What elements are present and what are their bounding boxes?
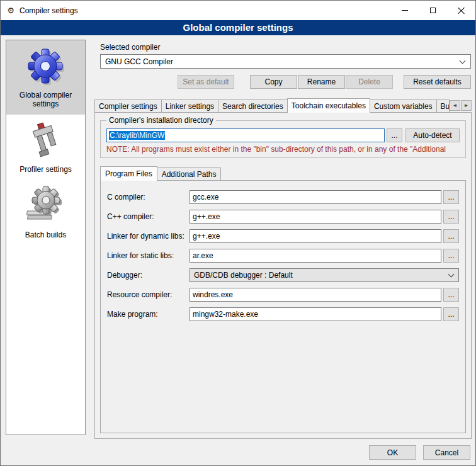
browse-c-compiler-button[interactable]: ... [443, 190, 459, 204]
make-program-label: Make program: [107, 310, 190, 319]
sidebar-item-global-compiler-settings[interactable]: Global compiler settings [6, 40, 85, 115]
main-area: Selected compiler GNU GCC Compiler Set a… [94, 40, 472, 443]
sidebar-item-label: Global compiler settings [8, 91, 84, 108]
install-dir-input[interactable]: C:\raylib\MinGW [106, 128, 385, 142]
cpp-compiler-row: C++ compiler: ... [107, 210, 459, 224]
sidebar-item-profiler-settings[interactable]: Profiler settings [6, 115, 85, 180]
settings-tabstrip: Compiler settings Linker settings Search… [94, 98, 472, 112]
program-files-tabstrip: Program Files Additional Paths [100, 166, 471, 180]
tab-custom-variables[interactable]: Custom variables [370, 99, 437, 112]
page-title: Global compiler settings [1, 20, 475, 35]
install-dir-value: C:\raylib\MinGW [109, 131, 165, 140]
make-program-input[interactable] [190, 307, 441, 321]
selected-compiler-label: Selected compiler [100, 43, 472, 52]
dialog-footer: OK Cancel [369, 445, 470, 460]
c-compiler-row: C compiler: ... [107, 190, 459, 204]
minimize-button[interactable] [390, 1, 419, 20]
maximize-icon [430, 8, 436, 13]
tab-program-files[interactable]: Program Files [100, 166, 157, 181]
debugger-select-value: GDB/CDB debugger : Default [194, 271, 445, 280]
compiler-select[interactable]: GNU GCC Compiler [100, 54, 471, 69]
dynamic-linker-label: Linker for dynamic libs: [107, 232, 190, 241]
resource-compiler-row: Resource compiler: ... [107, 288, 459, 302]
window-controls [390, 1, 475, 20]
browse-cpp-compiler-button[interactable]: ... [443, 210, 459, 224]
browse-make-program-button[interactable]: ... [443, 307, 459, 321]
sidebar-item-label: Profiler settings [20, 165, 72, 174]
installation-directory-row: C:\raylib\MinGW ... Auto-detect [106, 128, 460, 142]
dynamic-linker-row: Linker for dynamic libs: ... [107, 229, 459, 243]
debugger-select[interactable]: GDB/CDB debugger : Default [190, 268, 459, 282]
window-title: Compiler settings [20, 6, 78, 15]
compiler-settings-window: ⚙ Compiler settings Global compiler sett… [0, 0, 476, 466]
c-compiler-label: C compiler: [107, 193, 190, 202]
sidebar-item-batch-builds[interactable]: Batch builds [6, 180, 85, 246]
note-text: NOTE: All programs must exist either in … [106, 145, 460, 154]
profiler-tool-icon [26, 120, 66, 161]
cpp-compiler-label: C++ compiler: [107, 212, 190, 221]
tab-linker-settings[interactable]: Linker settings [161, 99, 218, 112]
tab-additional-paths[interactable]: Additional Paths [157, 168, 222, 180]
delete-button[interactable]: Delete [346, 75, 393, 89]
close-icon [458, 7, 465, 14]
browse-dynamic-linker-button[interactable]: ... [443, 229, 459, 243]
debugger-label: Debugger: [107, 271, 190, 280]
dynamic-linker-input[interactable] [190, 229, 441, 243]
chevron-down-icon [460, 57, 466, 64]
tab-toolchain-executables[interactable]: Toolchain executables [287, 98, 370, 113]
chevron-down-icon [448, 271, 455, 278]
tab-search-directories[interactable]: Search directories [218, 99, 288, 112]
ok-button[interactable]: OK [369, 445, 416, 460]
debugger-row: Debugger: GDB/CDB debugger : Default [107, 268, 459, 282]
auto-detect-button[interactable]: Auto-detect [405, 128, 460, 142]
compiler-select-value: GNU GCC Compiler [105, 57, 456, 66]
installation-directory-group: Compiler's installation directory C:\ray… [100, 120, 466, 158]
reset-defaults-button[interactable]: Reset defaults [404, 75, 471, 89]
toolchain-executables-panel: Compiler's installation directory C:\ray… [94, 112, 472, 439]
sidebar-item-label: Batch builds [25, 230, 66, 239]
batch-builds-gears-icon [26, 186, 66, 226]
program-files-panel: C compiler: ... C++ compiler: ... Linker… [100, 180, 466, 433]
browse-resource-compiler-button[interactable]: ... [443, 288, 459, 302]
c-compiler-input[interactable] [190, 190, 441, 204]
static-linker-label: Linker for static libs: [107, 251, 190, 260]
tab-scroll-right-button[interactable]: ► [461, 100, 472, 111]
make-program-row: Make program: ... [107, 307, 459, 321]
static-linker-input[interactable] [190, 249, 441, 263]
minimize-icon [402, 10, 408, 11]
tab-scroll-arrows: ◄ ► [449, 100, 472, 111]
browse-install-dir-button[interactable]: ... [387, 128, 402, 142]
tab-build-options[interactable]: Buil [436, 99, 450, 112]
compiler-actions: Set as default Copy Rename Delete Reset … [100, 75, 471, 89]
app-icon: ⚙ [6, 6, 16, 16]
cpp-compiler-input[interactable] [190, 210, 441, 224]
installation-directory-group-title: Compiler's installation directory [106, 116, 216, 125]
browse-static-linker-button[interactable]: ... [443, 249, 459, 263]
set-as-default-button[interactable]: Set as default [178, 75, 234, 89]
close-button[interactable] [447, 1, 475, 20]
tab-compiler-settings[interactable]: Compiler settings [94, 99, 162, 112]
tab-scroll-left-button[interactable]: ◄ [450, 100, 460, 111]
copy-button[interactable]: Copy [250, 75, 297, 89]
resource-compiler-label: Resource compiler: [107, 290, 190, 299]
sidebar: Global compiler settings Profiler settin… [6, 40, 86, 435]
resource-compiler-input[interactable] [190, 288, 441, 302]
titlebar: ⚙ Compiler settings [1, 1, 475, 20]
maximize-button[interactable] [419, 1, 447, 20]
rename-button[interactable]: Rename [298, 75, 345, 89]
cancel-button[interactable]: Cancel [423, 445, 470, 460]
static-linker-row: Linker for static libs: ... [107, 249, 459, 263]
gear-icon [26, 46, 66, 86]
